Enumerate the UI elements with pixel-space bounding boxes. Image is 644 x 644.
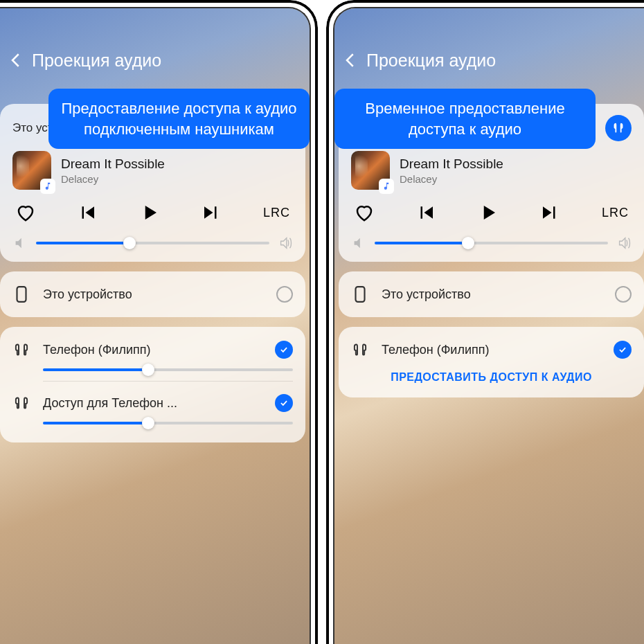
volume-low-icon [12, 235, 28, 251]
track-title: Dream It Possible [400, 156, 503, 172]
lyrics-button[interactable]: LRC [263, 206, 290, 220]
screen-right: Проекция аудио Временное предоставление … [334, 8, 644, 644]
callout-left: Предоставление доступа к аудио подключен… [48, 89, 310, 149]
lyrics-button[interactable]: LRC [602, 206, 629, 220]
device-name: Телефон (Филипп) [382, 343, 614, 357]
device-name: Доступ для Телефон ... [43, 396, 275, 411]
device-name: Телефон (Филипп) [43, 343, 275, 357]
volume-high-icon [616, 235, 632, 251]
check-icon[interactable] [275, 394, 293, 412]
phone-icon [351, 285, 369, 303]
device-item[interactable]: Телефон (Филипп) [12, 338, 293, 371]
check-icon[interactable] [275, 341, 293, 359]
svg-rect-1 [356, 287, 365, 302]
prev-icon[interactable] [415, 202, 436, 223]
svg-rect-0 [17, 287, 26, 302]
earbuds-icon [12, 341, 30, 359]
earbuds-icon [12, 394, 30, 412]
screen-left: Проекция аудио Предоставление доступа к … [0, 8, 310, 644]
track-artist: Delacey [400, 173, 503, 185]
album-art[interactable] [12, 151, 51, 190]
now-playing: Dream It Possible Delacey [351, 151, 632, 190]
next-icon[interactable] [539, 202, 560, 223]
play-icon[interactable] [478, 202, 499, 223]
radio-unchecked-icon[interactable] [276, 286, 293, 303]
phone-right: Проекция аудио Временное предоставление … [326, 0, 644, 644]
playback-controls: LRC [351, 202, 632, 223]
next-icon[interactable] [201, 202, 222, 223]
music-app-icon [40, 179, 55, 194]
device-volume-slider[interactable] [43, 422, 293, 424]
volume-slider[interactable] [36, 242, 269, 244]
phone-left: Проекция аудио Предоставление доступа к … [0, 0, 318, 644]
music-app-icon [379, 179, 394, 194]
device-item[interactable]: Доступ для Телефон ... [12, 391, 293, 424]
share-audio-button[interactable]: ПРЕДОСТАВИТЬ ДОСТУП К АУДИО [351, 361, 632, 386]
volume-slider[interactable] [375, 242, 608, 244]
check-icon[interactable] [614, 341, 632, 359]
track-artist: Delacey [61, 173, 165, 185]
track-title: Dream It Possible [61, 156, 165, 172]
heart-icon[interactable] [15, 202, 36, 223]
heart-icon[interactable] [354, 202, 375, 223]
this-device-label: Это устройство [43, 287, 276, 302]
radio-unchecked-icon[interactable] [615, 286, 632, 303]
prev-icon[interactable] [77, 202, 98, 223]
track-info: Dream It Possible Delacey [61, 156, 165, 185]
header: Проекция аудио [0, 8, 310, 83]
shared-devices-card: Телефон (Филипп) Доступ для Телефон [0, 327, 305, 442]
divider [43, 381, 293, 382]
album-art[interactable] [351, 151, 390, 190]
volume-low-icon [351, 235, 366, 251]
callout-right: Временное предоставление доступа к аудио [334, 89, 596, 149]
device-item[interactable]: Телефон (Филипп) [351, 338, 632, 361]
header: Проекция аудио [334, 8, 644, 83]
earbuds-icon [351, 341, 369, 359]
now-playing: Dream It Possible Delacey [12, 151, 293, 190]
earbuds-icon[interactable] [605, 115, 632, 141]
volume-row [351, 235, 632, 251]
playback-controls: LRC [12, 202, 293, 223]
shared-devices-card: Телефон (Филипп) ПРЕДОСТАВИТЬ ДОСТУП К А… [339, 327, 644, 397]
play-icon[interactable] [139, 202, 160, 223]
volume-high-icon [278, 235, 293, 251]
page-title: Проекция аудио [32, 51, 161, 71]
this-device-card[interactable]: Это устройство [0, 271, 305, 317]
page-title: Проекция аудио [366, 51, 496, 71]
back-icon[interactable] [340, 50, 361, 71]
volume-row [12, 235, 293, 251]
this-device-label: Это устройство [382, 287, 615, 302]
this-device-card[interactable]: Это устройство [339, 271, 644, 317]
back-icon[interactable] [6, 50, 26, 71]
track-info: Dream It Possible Delacey [400, 156, 503, 185]
device-volume-slider[interactable] [43, 368, 293, 371]
phone-icon [12, 285, 30, 303]
